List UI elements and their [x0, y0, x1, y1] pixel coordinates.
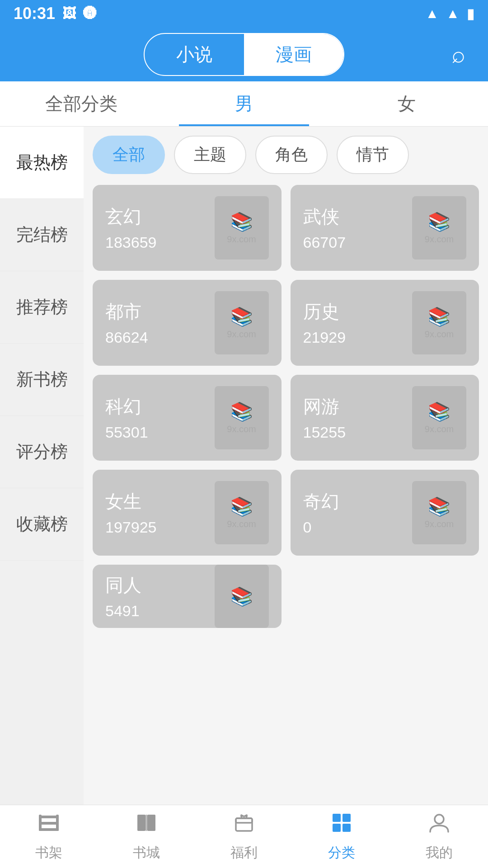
- sidebar-item-new[interactable]: 新书榜: [0, 344, 84, 416]
- status-right: ▲ ▲ ▮: [426, 6, 474, 22]
- sidebar-item-hot[interactable]: 最热榜: [0, 127, 84, 199]
- book-icon-2: 📚: [428, 211, 450, 232]
- thumb-brand-6: 9x.com: [425, 424, 454, 434]
- genre-card-wuxia[interactable]: 武侠 66707 📚 9x.com: [291, 185, 479, 271]
- pill-all[interactable]: 全部: [93, 136, 165, 174]
- thumb-brand-2: 9x.com: [425, 234, 454, 245]
- book-icon-5: 📚: [230, 401, 253, 422]
- nav-bookstore[interactable]: 书城: [133, 811, 160, 862]
- genre-card-kehuan[interactable]: 科幻 55301 📚 9x.com: [93, 375, 282, 461]
- genre-card-dushi[interactable]: 都市 86624 📚 9x.com: [93, 280, 282, 366]
- genre-name-nvsheng: 女生: [105, 489, 156, 514]
- genre-info-dushi: 都市 86624: [105, 299, 148, 346]
- genre-info-kehuan: 科幻 55301: [105, 394, 148, 441]
- genre-card-wangyou[interactable]: 网游 15255 📚 9x.com: [291, 375, 479, 461]
- genre-info-tongren: 同人 5491: [105, 573, 141, 620]
- tab-female[interactable]: 女: [325, 81, 488, 126]
- genre-count-lishi: 21929: [303, 329, 346, 346]
- manga-tab[interactable]: 漫画: [244, 34, 343, 75]
- content-type-toggle: 小说 漫画: [144, 33, 344, 76]
- nav-category-label: 分类: [328, 844, 355, 862]
- genre-name-tongren: 同人: [105, 573, 141, 598]
- pill-scene[interactable]: 情节: [337, 136, 409, 174]
- mine-icon: [427, 811, 451, 840]
- content-area: 全部 主题 角色 情节 玄幻 183659 📚 9x.com 武侠: [84, 127, 488, 805]
- genre-thumb-kehuan: 📚 9x.com: [215, 386, 269, 449]
- svg-rect-11: [333, 814, 341, 822]
- signal-icon: ▲: [446, 6, 460, 21]
- genre-count-dushi: 86624: [105, 329, 148, 346]
- top-bar: 小说 漫画 ⌕: [0, 27, 488, 81]
- genre-info-wangyou: 网游 15255: [303, 394, 346, 441]
- nav-mine-label: 我的: [426, 844, 453, 862]
- thumb-brand-7: 9x.com: [227, 519, 256, 529]
- genre-count-wuxia: 66707: [303, 234, 346, 251]
- svg-rect-1: [39, 822, 59, 825]
- genre-card-xuanhuan[interactable]: 玄幻 183659 📚 9x.com: [93, 185, 282, 271]
- genre-name-dushi: 都市: [105, 299, 148, 324]
- novel-tab[interactable]: 小说: [145, 34, 244, 75]
- genre-name-xuanhuan: 玄幻: [105, 204, 156, 229]
- thumb-brand-5: 9x.com: [227, 424, 256, 434]
- genre-count-qihuan: 0: [303, 519, 339, 536]
- sidebar-item-complete[interactable]: 完结榜: [0, 199, 84, 271]
- genre-name-wangyou: 网游: [303, 394, 346, 419]
- genre-count-xuanhuan: 183659: [105, 234, 156, 251]
- search-icon: ⌕: [451, 41, 465, 67]
- svg-rect-9: [236, 818, 252, 823]
- svg-point-15: [435, 815, 444, 824]
- genre-count-nvsheng: 197925: [105, 519, 156, 536]
- thumb-brand-4: 9x.com: [425, 329, 454, 340]
- svg-rect-13: [333, 824, 341, 832]
- book-icon-8: 📚: [428, 496, 450, 517]
- nav-category[interactable]: 分类: [328, 811, 355, 862]
- genre-thumb-tongren: 📚: [215, 565, 269, 628]
- category-icon: [330, 811, 353, 840]
- status-left: 10:31 🖼 🅐: [14, 4, 97, 23]
- sidebar-item-collect[interactable]: 收藏榜: [0, 488, 84, 561]
- book-icon-4: 📚: [428, 306, 450, 327]
- nav-welfare[interactable]: 福利: [230, 811, 258, 862]
- pill-theme[interactable]: 主题: [174, 136, 246, 174]
- sidebar-item-score[interactable]: 评分榜: [0, 416, 84, 488]
- pill-role[interactable]: 角色: [255, 136, 328, 174]
- search-button[interactable]: ⌕: [451, 41, 465, 68]
- genre-name-kehuan: 科幻: [105, 394, 148, 419]
- genre-card-lishi[interactable]: 历史 21929 📚 9x.com: [291, 280, 479, 366]
- genre-thumb-wuxia: 📚 9x.com: [412, 196, 466, 259]
- svg-rect-4: [56, 815, 59, 831]
- thumb-brand-8: 9x.com: [425, 519, 454, 529]
- svg-rect-6: [147, 815, 155, 831]
- genre-info-qihuan: 奇幻 0: [303, 489, 339, 536]
- genre-info-xuanhuan: 玄幻 183659: [105, 204, 156, 251]
- bookstore-icon: [135, 811, 158, 840]
- tab-all-categories[interactable]: 全部分类: [0, 81, 163, 126]
- svg-rect-12: [343, 814, 351, 822]
- svg-rect-7: [145, 815, 147, 831]
- genre-card-nvsheng[interactable]: 女生 197925 📚 9x.com: [93, 470, 282, 556]
- text-icon: 🅐: [83, 6, 97, 21]
- status-time: 10:31: [14, 4, 55, 23]
- tab-male[interactable]: 男: [163, 81, 325, 126]
- nav-shelf-label: 书架: [35, 844, 62, 862]
- nav-welfare-label: 福利: [230, 844, 258, 862]
- nav-mine[interactable]: 我的: [426, 811, 453, 862]
- book-icon-7: 📚: [230, 496, 253, 517]
- sidebar-item-recommend[interactable]: 推荐榜: [0, 271, 84, 344]
- genre-info-nvsheng: 女生 197925: [105, 489, 156, 536]
- filter-pills: 全部 主题 角色 情节: [93, 136, 479, 174]
- nav-shelf[interactable]: 书架: [35, 811, 62, 862]
- genre-thumb-dushi: 📚 9x.com: [215, 291, 269, 354]
- genre-thumb-wangyou: 📚 9x.com: [412, 386, 466, 449]
- genre-card-qihuan[interactable]: 奇幻 0 📚 9x.com: [291, 470, 479, 556]
- genre-grid: 玄幻 183659 📚 9x.com 武侠 66707 📚 9x.com: [93, 185, 479, 628]
- svg-rect-5: [137, 815, 145, 831]
- bottom-nav: 书架 书城 福利: [0, 805, 488, 868]
- image-icon: 🖼: [62, 6, 76, 21]
- book-icon: 📚: [230, 211, 253, 232]
- sidebar: 最热榜 完结榜 推荐榜 新书榜 评分榜 收藏榜: [0, 127, 84, 805]
- genre-count-wangyou: 15255: [303, 424, 346, 441]
- genre-thumb-nvsheng: 📚 9x.com: [215, 481, 269, 544]
- genre-card-tongren[interactable]: 同人 5491 📚: [93, 565, 282, 628]
- shelf-icon: [37, 811, 61, 840]
